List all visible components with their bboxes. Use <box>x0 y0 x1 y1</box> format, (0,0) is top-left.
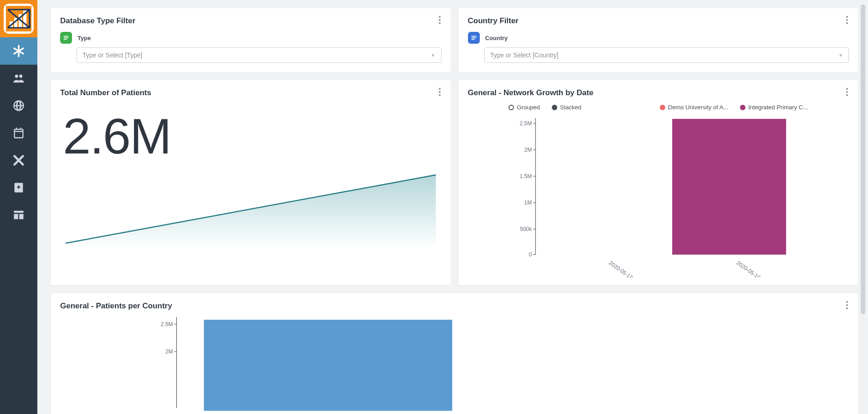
filter-label: Country <box>485 35 508 41</box>
mode-grouped[interactable]: Grouped <box>508 104 540 111</box>
svg-rect-12 <box>471 39 474 40</box>
table-icon <box>12 209 25 221</box>
card-menu-button[interactable] <box>842 301 852 310</box>
svg-text:0: 0 <box>529 251 532 258</box>
chevron-down-icon: ▼ <box>431 53 436 58</box>
card-patients-per-country: General - Patients per Country 2.5M 2M <box>51 293 858 414</box>
svg-text:1M: 1M <box>524 199 532 206</box>
svg-rect-8 <box>64 37 69 38</box>
chart-legend: Grouped Stacked Demo University of A... … <box>468 104 849 111</box>
legend-swatch <box>740 105 745 110</box>
sparkline-chart <box>60 166 442 248</box>
total-patients-value: 2.6M <box>63 111 442 161</box>
users-icon <box>12 72 25 85</box>
svg-rect-7 <box>64 36 69 37</box>
sidebar-item-table[interactable] <box>0 201 37 229</box>
filter-label: Type <box>77 35 91 41</box>
sidebar <box>0 0 37 414</box>
card-database-type-filter: Database Type Filter Type Type or Select… <box>51 8 451 72</box>
svg-text:2.5M: 2.5M <box>161 321 173 327</box>
card-menu-button[interactable] <box>842 15 852 25</box>
close-icon <box>12 154 25 167</box>
card-title: General - Network Growth by Date <box>468 88 849 97</box>
svg-text:1.5M: 1.5M <box>519 173 532 179</box>
mode-stacked[interactable]: Stacked <box>552 104 581 111</box>
chevron-down-icon: ▼ <box>838 53 843 58</box>
radio-selected-icon <box>552 105 557 110</box>
x-tick-0: 2020-05-18 <box>607 260 634 277</box>
svg-rect-9 <box>64 39 67 40</box>
svg-rect-11 <box>471 37 476 38</box>
type-filter-icon <box>60 32 72 44</box>
svg-text:2M: 2M <box>165 348 173 355</box>
svg-text:2.5M: 2.5M <box>519 120 532 127</box>
book-plus-icon <box>12 181 25 194</box>
card-menu-button[interactable] <box>435 15 444 25</box>
card-network-growth: General - Network Growth by Date Grouped… <box>459 80 858 285</box>
bar-country-a[interactable] <box>204 320 452 411</box>
y-axis-ticks: 0 500k 1M 1.5M 2M 2.5M <box>519 120 535 258</box>
svg-text:500k: 500k <box>520 226 532 232</box>
card-title: Country Filter <box>468 16 849 26</box>
sidebar-item-calendar[interactable] <box>0 119 37 147</box>
card-total-patients: Total Number of Patients 2.6M <box>51 80 451 285</box>
network-growth-chart: 0 500k 1M 1.5M 2M 2.5M <box>468 113 849 277</box>
legend-swatch <box>660 105 665 110</box>
scrollbar-thumb[interactable] <box>861 5 865 314</box>
app-logo <box>0 0 37 37</box>
sidebar-item-book-plus[interactable] <box>0 174 37 201</box>
country-filter-icon <box>468 32 480 44</box>
card-title: General - Patients per Country <box>60 302 849 311</box>
select-placeholder: Type or Select [Country] <box>490 51 559 59</box>
card-title: Database Type Filter <box>60 16 442 26</box>
svg-text:2M: 2M <box>524 147 532 153</box>
x-tick-1: 2020-05-19 <box>735 260 762 277</box>
logo-chart-icon <box>6 6 31 31</box>
bar-2020-05-19[interactable] <box>672 119 786 255</box>
sidebar-item-asterisk[interactable] <box>0 37 37 65</box>
calendar-icon <box>12 127 25 139</box>
card-title: Total Number of Patients <box>60 88 442 97</box>
card-menu-button[interactable] <box>842 87 852 97</box>
legend-series-1[interactable]: Integrated Primary C... <box>740 104 808 111</box>
select-placeholder: Type or Select [Type] <box>82 51 143 59</box>
svg-rect-10 <box>471 36 476 37</box>
country-select[interactable]: Type or Select [Country] ▼ <box>484 47 849 63</box>
radio-unselected-icon <box>508 105 514 110</box>
sidebar-item-close[interactable] <box>0 147 37 174</box>
card-country-filter: Country Filter Country Type or Select [C… <box>459 8 858 72</box>
patients-per-country-chart: 2.5M 2M <box>60 317 849 414</box>
sidebar-item-globe[interactable] <box>0 92 37 119</box>
sidebar-item-users[interactable] <box>0 65 37 92</box>
type-select[interactable]: Type or Select [Type] ▼ <box>77 47 442 63</box>
asterisk-icon <box>12 45 25 57</box>
main-content: Database Type Filter Type Type or Select… <box>37 0 868 414</box>
globe-icon <box>12 99 25 112</box>
card-menu-button[interactable] <box>435 87 444 97</box>
legend-series-0[interactable]: Demo University of A... <box>660 104 728 111</box>
